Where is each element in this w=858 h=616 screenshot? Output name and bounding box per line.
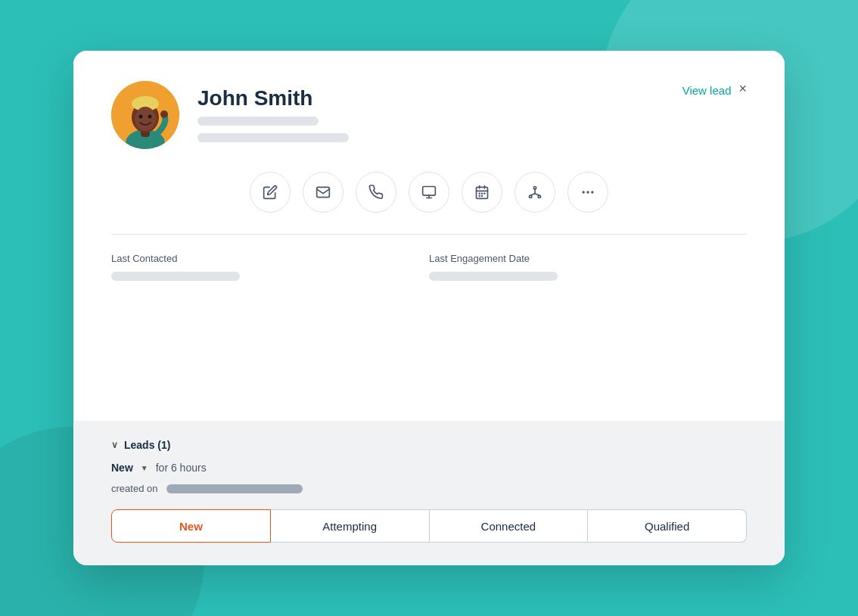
profile-header: John Smith View lead × xyxy=(111,81,747,149)
status-row: New ▼ for 6 hours xyxy=(111,462,747,474)
stage-buttons-row: New Attempting Connected Qualified xyxy=(111,509,747,543)
svg-rect-10 xyxy=(423,187,436,196)
header-actions: View lead × xyxy=(682,81,747,97)
created-row: created on xyxy=(111,483,747,494)
email-button[interactable] xyxy=(303,172,344,213)
avatar xyxy=(111,81,179,149)
svg-point-8 xyxy=(160,110,168,118)
svg-point-6 xyxy=(139,115,143,119)
stage-attempting-button[interactable]: Attempting xyxy=(271,509,430,543)
close-button[interactable]: × xyxy=(738,81,747,97)
stage-qualified-button[interactable]: Qualified xyxy=(588,509,747,543)
svg-point-27 xyxy=(586,191,589,193)
svg-point-5 xyxy=(135,107,156,131)
chevron-down-icon[interactable]: ∨ xyxy=(111,440,118,450)
calendar-button[interactable] xyxy=(462,172,502,213)
profile-subtitle-line1 xyxy=(197,117,319,126)
lead-status-badge: New xyxy=(111,462,133,474)
svg-point-7 xyxy=(148,115,152,119)
last-contacted-col: Last Contacted xyxy=(111,253,429,281)
section-divider xyxy=(111,234,747,235)
card-bottom-section: ∨ Leads (1) New ▼ for 6 hours created on… xyxy=(73,421,785,565)
edit-button[interactable] xyxy=(250,172,291,213)
leads-title: Leads (1) xyxy=(124,439,170,451)
screen-button[interactable] xyxy=(409,172,449,213)
connect-button[interactable] xyxy=(514,172,555,213)
svg-line-25 xyxy=(535,194,539,195)
last-engagement-col: Last Engagement Date xyxy=(429,253,747,281)
created-value-bar xyxy=(166,484,303,493)
card-top-section: John Smith View lead × xyxy=(73,51,785,421)
stage-new-button[interactable]: New xyxy=(111,509,271,543)
lead-duration: for 6 hours xyxy=(156,462,207,474)
profile-info: John Smith xyxy=(197,88,349,142)
view-lead-button[interactable]: View lead xyxy=(682,84,732,97)
contact-card: John Smith View lead × xyxy=(73,51,785,565)
last-engagement-value xyxy=(429,272,558,281)
last-contacted-label: Last Contacted xyxy=(111,253,429,264)
last-contacted-value xyxy=(111,272,240,281)
stage-connected-button[interactable]: Connected xyxy=(430,509,589,543)
last-engagement-label: Last Engagement Date xyxy=(429,253,747,264)
more-button[interactable] xyxy=(567,172,608,213)
svg-point-28 xyxy=(591,191,593,193)
svg-point-26 xyxy=(583,191,585,193)
created-label: created on xyxy=(111,483,157,494)
svg-rect-9 xyxy=(317,187,330,197)
contact-name: John Smith xyxy=(197,88,349,109)
profile-left: John Smith xyxy=(111,81,349,149)
info-row: Last Contacted Last Engagement Date xyxy=(111,253,747,281)
action-icons-row xyxy=(111,172,747,213)
phone-button[interactable] xyxy=(356,172,396,213)
leads-header: ∨ Leads (1) xyxy=(111,439,747,451)
svg-line-24 xyxy=(530,194,535,195)
profile-subtitle-line2 xyxy=(197,133,349,142)
status-dropdown-arrow[interactable]: ▼ xyxy=(141,464,148,472)
